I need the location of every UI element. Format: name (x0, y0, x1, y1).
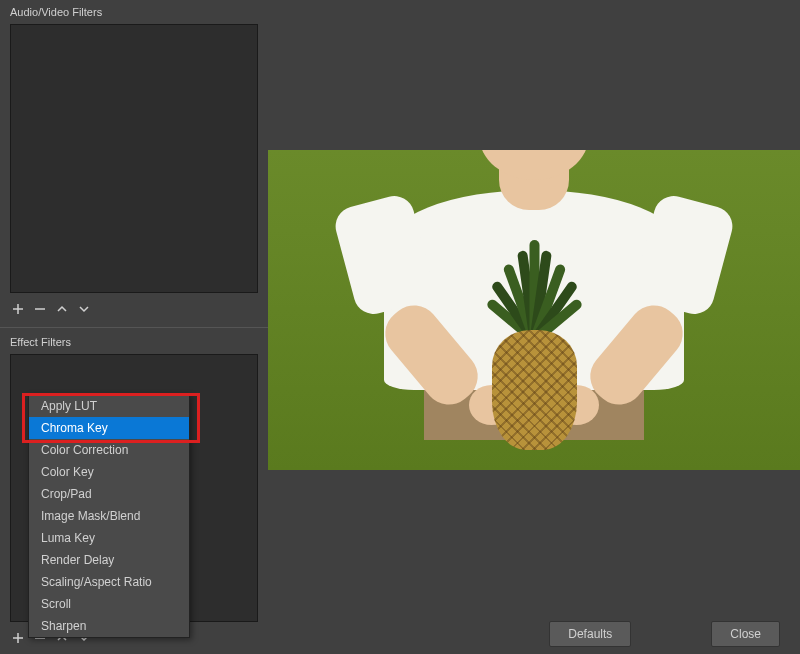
popup-item-render-delay[interactable]: Render Delay (29, 549, 189, 571)
preview-image (268, 150, 800, 470)
preview-area (268, 0, 800, 614)
popup-item-image-mask-blend[interactable]: Image Mask/Blend (29, 505, 189, 527)
popup-item-color-correction[interactable]: Color Correction (29, 439, 189, 461)
popup-item-color-key[interactable]: Color Key (29, 461, 189, 483)
close-button[interactable]: Close (711, 621, 780, 647)
popup-item-chroma-key[interactable]: Chroma Key (29, 417, 189, 439)
remove-av-filter-button[interactable] (32, 301, 48, 317)
move-av-filter-up-button[interactable] (54, 301, 70, 317)
left-panel: Audio/Video Filters Effect Filters (0, 0, 268, 654)
popup-item-sharpen[interactable]: Sharpen (29, 615, 189, 637)
effect-filter-popup[interactable]: Apply LUTChroma KeyColor CorrectionColor… (28, 394, 190, 638)
popup-item-apply-lut[interactable]: Apply LUT (29, 395, 189, 417)
add-av-filter-button[interactable] (10, 301, 26, 317)
popup-item-crop-pad[interactable]: Crop/Pad (29, 483, 189, 505)
bottom-bar: Defaults Close (268, 614, 800, 654)
av-filters-header: Audio/Video Filters (0, 0, 268, 24)
right-panel: Defaults Close (268, 0, 800, 654)
defaults-button[interactable]: Defaults (549, 621, 631, 647)
popup-item-luma-key[interactable]: Luma Key (29, 527, 189, 549)
popup-item-scaling-aspect-ratio[interactable]: Scaling/Aspect Ratio (29, 571, 189, 593)
add-effect-filter-button[interactable] (10, 630, 26, 646)
av-filter-controls (0, 293, 268, 325)
move-av-filter-down-button[interactable] (76, 301, 92, 317)
popup-item-scroll[interactable]: Scroll (29, 593, 189, 615)
av-filter-list[interactable] (10, 24, 258, 293)
effect-filters-header: Effect Filters (0, 330, 268, 354)
separator (0, 327, 268, 328)
